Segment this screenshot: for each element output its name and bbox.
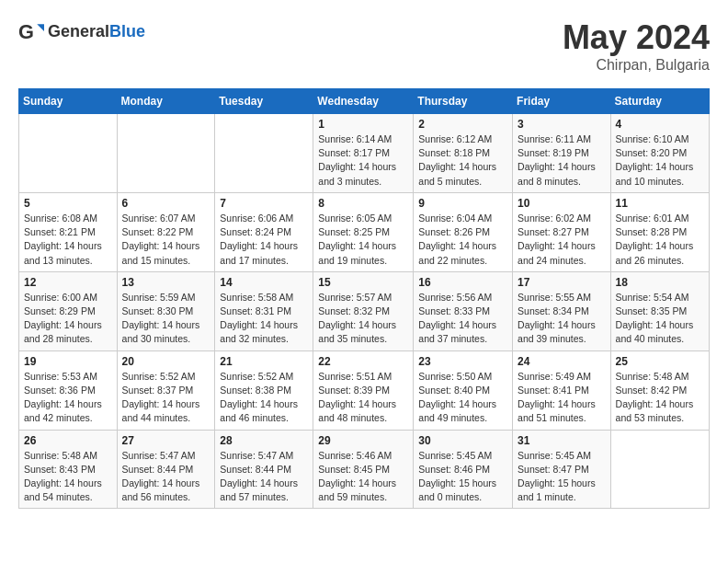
header-thursday: Thursday xyxy=(414,89,513,114)
day-info: Sunrise: 5:45 AM Sunset: 8:46 PM Dayligh… xyxy=(418,449,507,505)
week-row-5: 26Sunrise: 5:48 AM Sunset: 8:43 PM Dayli… xyxy=(19,430,710,509)
title-block: May 2024 Chirpan, Bulgaria xyxy=(563,18,710,74)
calendar-body: 1Sunrise: 6:14 AM Sunset: 8:17 PM Daylig… xyxy=(19,114,710,509)
day-info: Sunrise: 5:54 AM Sunset: 8:35 PM Dayligh… xyxy=(616,291,704,347)
calendar-cell: 30Sunrise: 5:45 AM Sunset: 8:46 PM Dayli… xyxy=(414,430,513,509)
page-header: G GeneralBlue May 2024 Chirpan, Bulgaria xyxy=(18,18,710,74)
day-number: 22 xyxy=(318,355,408,368)
svg-marker-1 xyxy=(37,24,44,31)
calendar-cell: 9Sunrise: 6:04 AM Sunset: 8:26 PM Daylig… xyxy=(414,192,513,271)
calendar-cell: 21Sunrise: 5:52 AM Sunset: 8:38 PM Dayli… xyxy=(215,350,313,430)
day-info: Sunrise: 6:07 AM Sunset: 8:22 PM Dayligh… xyxy=(122,212,210,268)
day-info: Sunrise: 5:45 AM Sunset: 8:47 PM Dayligh… xyxy=(518,449,606,505)
week-row-3: 12Sunrise: 6:00 AM Sunset: 8:29 PM Dayli… xyxy=(19,271,710,350)
day-number: 5 xyxy=(24,197,112,210)
day-number: 19 xyxy=(24,355,112,368)
calendar-cell xyxy=(610,430,709,509)
day-number: 27 xyxy=(122,434,210,447)
calendar-cell: 15Sunrise: 5:57 AM Sunset: 8:32 PM Dayli… xyxy=(313,271,414,350)
day-info: Sunrise: 5:52 AM Sunset: 8:38 PM Dayligh… xyxy=(220,370,308,426)
day-number: 28 xyxy=(220,434,308,447)
logo-icon: G xyxy=(18,18,44,44)
svg-text:G: G xyxy=(18,20,34,43)
calendar-cell: 26Sunrise: 5:48 AM Sunset: 8:43 PM Dayli… xyxy=(19,430,118,509)
day-number: 9 xyxy=(418,197,507,210)
day-info: Sunrise: 5:51 AM Sunset: 8:39 PM Dayligh… xyxy=(318,370,408,426)
day-number: 14 xyxy=(220,276,308,289)
day-number: 12 xyxy=(24,276,112,289)
day-number: 20 xyxy=(122,355,210,368)
day-number: 30 xyxy=(418,434,507,447)
day-number: 4 xyxy=(616,118,704,131)
calendar-cell: 1Sunrise: 6:14 AM Sunset: 8:17 PM Daylig… xyxy=(313,114,414,193)
logo-general-text: General xyxy=(48,22,109,40)
day-info: Sunrise: 5:55 AM Sunset: 8:34 PM Dayligh… xyxy=(518,291,606,347)
header-wednesday: Wednesday xyxy=(313,89,414,114)
day-info: Sunrise: 5:49 AM Sunset: 8:41 PM Dayligh… xyxy=(518,370,606,426)
week-row-2: 5Sunrise: 6:08 AM Sunset: 8:21 PM Daylig… xyxy=(19,192,710,271)
calendar-cell: 23Sunrise: 5:50 AM Sunset: 8:40 PM Dayli… xyxy=(414,350,513,430)
day-number: 29 xyxy=(318,434,408,447)
day-info: Sunrise: 6:12 AM Sunset: 8:18 PM Dayligh… xyxy=(418,132,507,189)
day-info: Sunrise: 5:47 AM Sunset: 8:44 PM Dayligh… xyxy=(122,449,210,505)
calendar-cell: 11Sunrise: 6:01 AM Sunset: 8:28 PM Dayli… xyxy=(610,192,709,271)
day-info: Sunrise: 6:00 AM Sunset: 8:29 PM Dayligh… xyxy=(24,291,112,347)
day-number: 25 xyxy=(616,355,704,368)
day-number: 1 xyxy=(318,118,408,131)
day-number: 3 xyxy=(518,118,606,131)
header-saturday: Saturday xyxy=(610,89,709,114)
day-info: Sunrise: 5:59 AM Sunset: 8:30 PM Dayligh… xyxy=(122,291,210,347)
calendar-cell: 6Sunrise: 6:07 AM Sunset: 8:22 PM Daylig… xyxy=(117,192,215,271)
day-info: Sunrise: 6:05 AM Sunset: 8:25 PM Dayligh… xyxy=(318,212,408,268)
calendar-cell xyxy=(19,114,118,193)
day-number: 23 xyxy=(418,355,507,368)
calendar-cell: 7Sunrise: 6:06 AM Sunset: 8:24 PM Daylig… xyxy=(215,192,313,271)
day-info: Sunrise: 6:04 AM Sunset: 8:26 PM Dayligh… xyxy=(418,212,507,268)
calendar-cell: 5Sunrise: 6:08 AM Sunset: 8:21 PM Daylig… xyxy=(19,192,118,271)
day-info: Sunrise: 6:14 AM Sunset: 8:17 PM Dayligh… xyxy=(318,132,408,189)
header-friday: Friday xyxy=(513,89,611,114)
header-tuesday: Tuesday xyxy=(215,89,313,114)
day-number: 10 xyxy=(518,197,606,210)
calendar-cell: 25Sunrise: 5:48 AM Sunset: 8:42 PM Dayli… xyxy=(610,350,709,430)
day-info: Sunrise: 5:47 AM Sunset: 8:44 PM Dayligh… xyxy=(220,449,308,505)
day-info: Sunrise: 6:02 AM Sunset: 8:27 PM Dayligh… xyxy=(518,212,606,268)
calendar-cell: 13Sunrise: 5:59 AM Sunset: 8:30 PM Dayli… xyxy=(117,271,215,350)
day-number: 2 xyxy=(418,118,507,131)
calendar-cell: 14Sunrise: 5:58 AM Sunset: 8:31 PM Dayli… xyxy=(215,271,313,350)
day-number: 26 xyxy=(24,434,112,447)
calendar-table: SundayMondayTuesdayWednesdayThursdayFrid… xyxy=(18,88,710,509)
calendar-cell: 19Sunrise: 5:53 AM Sunset: 8:36 PM Dayli… xyxy=(19,350,118,430)
calendar-cell: 29Sunrise: 5:46 AM Sunset: 8:45 PM Dayli… xyxy=(313,430,414,509)
day-info: Sunrise: 6:08 AM Sunset: 8:21 PM Dayligh… xyxy=(24,212,112,268)
calendar-cell: 27Sunrise: 5:47 AM Sunset: 8:44 PM Dayli… xyxy=(117,430,215,509)
calendar-cell: 4Sunrise: 6:10 AM Sunset: 8:20 PM Daylig… xyxy=(610,114,709,193)
logo: G GeneralBlue xyxy=(18,18,145,44)
calendar-cell: 8Sunrise: 6:05 AM Sunset: 8:25 PM Daylig… xyxy=(313,192,414,271)
calendar-cell: 22Sunrise: 5:51 AM Sunset: 8:39 PM Dayli… xyxy=(313,350,414,430)
day-info: Sunrise: 6:11 AM Sunset: 8:19 PM Dayligh… xyxy=(518,132,606,189)
day-info: Sunrise: 5:53 AM Sunset: 8:36 PM Dayligh… xyxy=(24,370,112,426)
calendar-cell: 3Sunrise: 6:11 AM Sunset: 8:19 PM Daylig… xyxy=(513,114,611,193)
calendar-cell: 28Sunrise: 5:47 AM Sunset: 8:44 PM Dayli… xyxy=(215,430,313,509)
header-sunday: Sunday xyxy=(19,89,118,114)
day-number: 11 xyxy=(616,197,704,210)
week-row-4: 19Sunrise: 5:53 AM Sunset: 8:36 PM Dayli… xyxy=(19,350,710,430)
calendar-cell: 20Sunrise: 5:52 AM Sunset: 8:37 PM Dayli… xyxy=(117,350,215,430)
calendar-cell: 12Sunrise: 6:00 AM Sunset: 8:29 PM Dayli… xyxy=(19,271,118,350)
day-info: Sunrise: 6:10 AM Sunset: 8:20 PM Dayligh… xyxy=(616,132,704,189)
day-info: Sunrise: 5:48 AM Sunset: 8:43 PM Dayligh… xyxy=(24,449,112,505)
day-number: 21 xyxy=(220,355,308,368)
logo-blue-text: Blue xyxy=(109,22,145,40)
calendar-location: Chirpan, Bulgaria xyxy=(563,57,710,74)
day-number: 13 xyxy=(122,276,210,289)
calendar-cell: 2Sunrise: 6:12 AM Sunset: 8:18 PM Daylig… xyxy=(414,114,513,193)
day-info: Sunrise: 5:52 AM Sunset: 8:37 PM Dayligh… xyxy=(122,370,210,426)
day-number: 15 xyxy=(318,276,408,289)
day-number: 17 xyxy=(518,276,606,289)
day-number: 16 xyxy=(418,276,507,289)
day-info: Sunrise: 6:01 AM Sunset: 8:28 PM Dayligh… xyxy=(616,212,704,268)
calendar-cell xyxy=(117,114,215,193)
day-info: Sunrise: 5:56 AM Sunset: 8:33 PM Dayligh… xyxy=(418,291,507,347)
calendar-header-row: SundayMondayTuesdayWednesdayThursdayFrid… xyxy=(19,89,710,114)
